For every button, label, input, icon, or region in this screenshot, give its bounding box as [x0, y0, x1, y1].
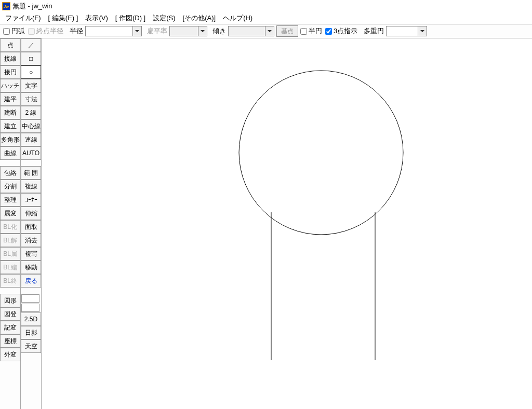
app-icon — [2, 2, 10, 10]
tool-包絡[interactable]: 包絡 — [0, 166, 20, 180]
tool-2 線[interactable]: 2 線 — [21, 106, 41, 119]
menu-bar: ファイル(F) [ 編集(E) ] 表示(V) [ 作図(D) ] 設定(S) … — [0, 12, 532, 24]
tilt-input — [228, 26, 265, 36]
tool-ハッチ[interactable]: ハッチ — [0, 79, 20, 92]
tool-文字[interactable]: 文字 — [21, 79, 41, 92]
tool-建平[interactable]: 建平 — [0, 92, 20, 106]
tool-BL編: BL編 — [0, 261, 20, 274]
tool-複写[interactable]: 複写 — [21, 247, 41, 261]
menu-draw[interactable]: [ 作図(D) ] — [112, 12, 149, 24]
dropdown-icon[interactable] — [418, 26, 427, 36]
radius-dropdown[interactable] — [85, 26, 142, 36]
title-bar: 無題 - jw_win — [0, 0, 532, 12]
main-area: 点接線接円ハッチ建平建断建立多角形曲線包絡分割整理属変BL化BL解BL属BL編B… — [0, 38, 532, 409]
tool-分割[interactable]: 分割 — [0, 180, 20, 193]
flatness-dropdown — [169, 26, 207, 36]
tool-整理[interactable]: 整理 — [0, 193, 20, 207]
menu-file[interactable]: ファイル(F) — [2, 12, 44, 24]
tilt-dropdown — [228, 26, 274, 36]
tool-天空[interactable]: 天空 — [21, 339, 41, 353]
tool-接線[interactable]: 接線 — [0, 52, 20, 65]
multi-circle-input — [386, 26, 418, 36]
tool-BL属: BL属 — [0, 247, 20, 261]
tool-ｺｰﾅｰ[interactable]: ｺｰﾅｰ — [21, 193, 41, 207]
tool-範 囲[interactable]: 範 囲 — [21, 166, 41, 180]
flatness-label: 扁平率 — [147, 26, 167, 36]
end-radius-checkbox: 終点半径 — [28, 26, 63, 36]
tool-図形[interactable]: 図形 — [0, 294, 20, 307]
tool-消去[interactable]: 消去 — [21, 234, 41, 247]
shape-input-1[interactable] — [21, 294, 39, 303]
options-bar: 円弧 終点半径 半径 扁平率 傾き 基点 半円 3点指示 多重円 — [0, 24, 532, 38]
tool-日影[interactable]: 日影 — [21, 326, 41, 339]
tilt-label: 傾き — [212, 26, 226, 36]
tool-連線[interactable]: 連線 — [21, 133, 41, 146]
drawing-canvas[interactable] — [42, 38, 532, 409]
tool-伸縮[interactable]: 伸縮 — [21, 207, 41, 220]
tool-中心線[interactable]: 中心線 — [21, 119, 41, 133]
basepoint-button[interactable]: 基点 — [276, 25, 298, 37]
tool-□[interactable]: □ — [21, 52, 41, 65]
tool-建立[interactable]: 建立 — [0, 119, 20, 133]
dropdown-icon — [265, 26, 274, 36]
tool-図登[interactable]: 図登 — [0, 307, 20, 321]
tool-移動[interactable]: 移動 — [21, 261, 41, 274]
tool-複線[interactable]: 複線 — [21, 180, 41, 193]
tool-記変[interactable]: 記変 — [0, 321, 20, 334]
menu-help[interactable]: ヘルプ(H) — [220, 12, 256, 24]
shape-input-2[interactable] — [21, 304, 39, 312]
multi-circle-dropdown[interactable] — [386, 26, 427, 36]
radius-label: 半径 — [70, 26, 83, 36]
multi-circle-label: 多重円 — [364, 26, 384, 36]
menu-view[interactable]: 表示(V) — [82, 12, 111, 24]
tool-外変[interactable]: 外変 — [0, 348, 20, 361]
flatness-input — [169, 26, 198, 36]
arc-checkbox[interactable]: 円弧 — [3, 26, 25, 36]
tool-多角形[interactable]: 多角形 — [0, 133, 20, 146]
tool-BL化: BL化 — [0, 220, 20, 234]
dropdown-icon[interactable] — [133, 26, 142, 36]
tool-AUTO[interactable]: AUTO — [21, 146, 41, 160]
three-point-checkbox[interactable]: 3点指示 — [325, 26, 357, 36]
tool-接円[interactable]: 接円 — [0, 65, 20, 79]
tool-／[interactable]: ／ — [21, 38, 41, 52]
tool-属変[interactable]: 属変 — [0, 207, 20, 220]
half-circle-checkbox[interactable]: 半円 — [300, 26, 322, 36]
tool-点[interactable]: 点 — [0, 38, 20, 52]
svg-point-0 — [239, 71, 403, 235]
tool-建断[interactable]: 建断 — [0, 106, 20, 119]
tool-○[interactable]: ○ — [21, 65, 41, 79]
tool-寸法[interactable]: 寸法 — [21, 92, 41, 106]
tool-面取[interactable]: 面取 — [21, 220, 41, 234]
tool-座標[interactable]: 座標 — [0, 334, 20, 348]
tool-BL解: BL解 — [0, 234, 20, 247]
left-toolbar-2: ／□○文字寸法2 線中心線連線AUTO範 囲複線ｺｰﾅｰ伸縮面取消去複写移動戻る… — [21, 38, 42, 409]
tool-2.5D[interactable]: 2.5D — [21, 312, 41, 326]
tool-戻る[interactable]: 戻る — [21, 274, 41, 288]
dropdown-icon — [198, 26, 207, 36]
radius-input — [85, 26, 133, 36]
tool-曲線[interactable]: 曲線 — [0, 146, 20, 160]
menu-settings[interactable]: 設定(S) — [150, 12, 178, 24]
tool-BL終: BL終 — [0, 274, 20, 288]
window-title: 無題 - jw_win — [12, 2, 52, 11]
menu-edit[interactable]: [ 編集(E) ] — [45, 12, 82, 24]
menu-other[interactable]: [その他(A)] — [180, 12, 219, 24]
left-toolbar-1: 点接線接円ハッチ建平建断建立多角形曲線包絡分割整理属変BL化BL解BL属BL編B… — [0, 38, 21, 409]
